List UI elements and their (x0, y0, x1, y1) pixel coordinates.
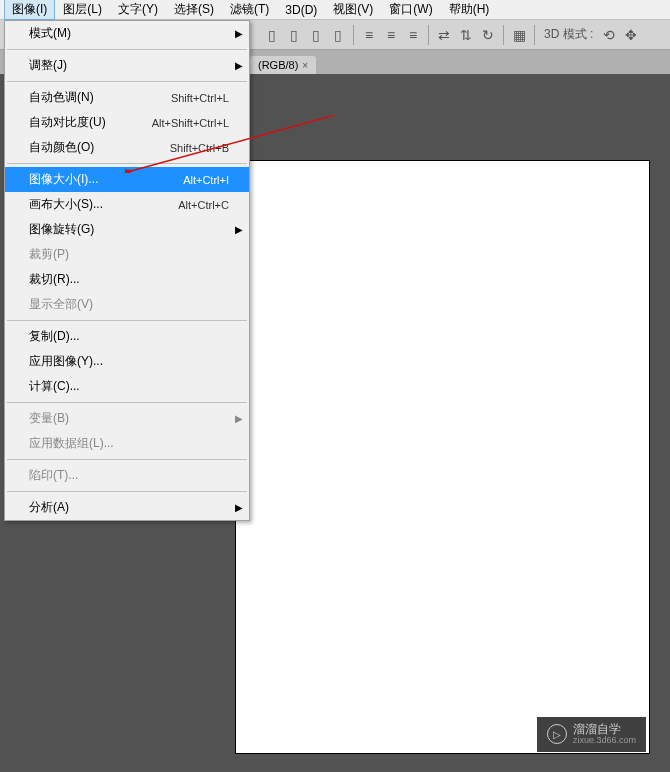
tab-label: (RGB/8) (258, 59, 298, 71)
watermark: ▷ 溜溜自学 zixue.3d66.com (537, 717, 646, 752)
menu-item-adjust[interactable]: 调整(J)▶ (5, 53, 249, 78)
align-top-icon[interactable]: ▯ (328, 25, 348, 45)
close-icon[interactable]: × (302, 60, 308, 71)
menu-separator (7, 320, 247, 321)
menubar-item-view[interactable]: 视图(V) (325, 0, 381, 20)
image-menu-dropdown: 模式(M)▶ 调整(J)▶ 自动色调(N)Shift+Ctrl+L 自动对比度(… (4, 20, 250, 521)
pan-icon[interactable]: ✥ (621, 25, 641, 45)
rotate-icon[interactable]: ↻ (478, 25, 498, 45)
3d-mode-label: 3D 模式 : (544, 26, 593, 43)
menubar-item-select[interactable]: 选择(S) (166, 0, 222, 20)
chevron-right-icon: ▶ (235, 60, 243, 71)
align-center-icon[interactable]: ▯ (284, 25, 304, 45)
menu-separator (7, 459, 247, 460)
menu-separator (7, 402, 247, 403)
menu-item-auto-color[interactable]: 自动颜色(O)Shift+Ctrl+B (5, 135, 249, 160)
menubar-item-3d[interactable]: 3D(D) (277, 1, 325, 19)
orbit-icon[interactable]: ⟲ (599, 25, 619, 45)
menu-item-variables: 变量(B)▶ (5, 406, 249, 431)
menu-item-apply-dataset: 应用数据组(L)... (5, 431, 249, 456)
menu-item-trim[interactable]: 裁切(R)... (5, 267, 249, 292)
align-left-icon[interactable]: ▯ (262, 25, 282, 45)
menubar-item-layer[interactable]: 图层(L) (55, 0, 110, 20)
menu-item-image-rotate[interactable]: 图像旋转(G)▶ (5, 217, 249, 242)
menubar-item-filter[interactable]: 滤镜(T) (222, 0, 277, 20)
menu-separator (7, 81, 247, 82)
chevron-right-icon: ▶ (235, 413, 243, 424)
menu-item-mode[interactable]: 模式(M)▶ (5, 21, 249, 46)
distribute-h-icon[interactable]: ≡ (359, 25, 379, 45)
watermark-url: zixue.3d66.com (573, 736, 636, 746)
align-right-icon[interactable]: ▯ (306, 25, 326, 45)
chevron-right-icon: ▶ (235, 28, 243, 39)
menu-item-reveal-all: 显示全部(V) (5, 292, 249, 317)
menu-item-image-size[interactable]: 图像大小(I)...Alt+Ctrl+I (5, 167, 249, 192)
play-circle-icon: ▷ (547, 724, 567, 744)
toolbar-separator (428, 25, 429, 45)
menubar-item-help[interactable]: 帮助(H) (441, 0, 498, 20)
chevron-right-icon: ▶ (235, 224, 243, 235)
menu-item-crop: 裁剪(P) (5, 242, 249, 267)
distribute-icon[interactable]: ≡ (403, 25, 423, 45)
grid-icon[interactable]: ▦ (509, 25, 529, 45)
menu-separator (7, 163, 247, 164)
flip-v-icon[interactable]: ⇅ (456, 25, 476, 45)
menu-item-canvas-size[interactable]: 画布大小(S)...Alt+Ctrl+C (5, 192, 249, 217)
flip-h-icon[interactable]: ⇄ (434, 25, 454, 45)
chevron-right-icon: ▶ (235, 502, 243, 513)
toolbar-separator (534, 25, 535, 45)
menu-item-analysis[interactable]: 分析(A)▶ (5, 495, 249, 520)
menu-item-apply-image[interactable]: 应用图像(Y)... (5, 349, 249, 374)
menubar: 图像(I) 图层(L) 文字(Y) 选择(S) 滤镜(T) 3D(D) 视图(V… (0, 0, 670, 20)
menu-item-auto-contrast[interactable]: 自动对比度(U)Alt+Shift+Ctrl+L (5, 110, 249, 135)
menu-separator (7, 491, 247, 492)
toolbar-separator (503, 25, 504, 45)
menu-item-auto-tone[interactable]: 自动色调(N)Shift+Ctrl+L (5, 85, 249, 110)
distribute-v-icon[interactable]: ≡ (381, 25, 401, 45)
menu-item-calculations[interactable]: 计算(C)... (5, 374, 249, 399)
toolbar-separator (353, 25, 354, 45)
menubar-item-text[interactable]: 文字(Y) (110, 0, 166, 20)
document-tab[interactable]: (RGB/8) × (250, 56, 316, 74)
menubar-item-image[interactable]: 图像(I) (4, 0, 55, 20)
menubar-item-window[interactable]: 窗口(W) (381, 0, 440, 20)
menu-item-duplicate[interactable]: 复制(D)... (5, 324, 249, 349)
menu-separator (7, 49, 247, 50)
menu-item-trap: 陷印(T)... (5, 463, 249, 488)
canvas[interactable] (235, 160, 650, 754)
